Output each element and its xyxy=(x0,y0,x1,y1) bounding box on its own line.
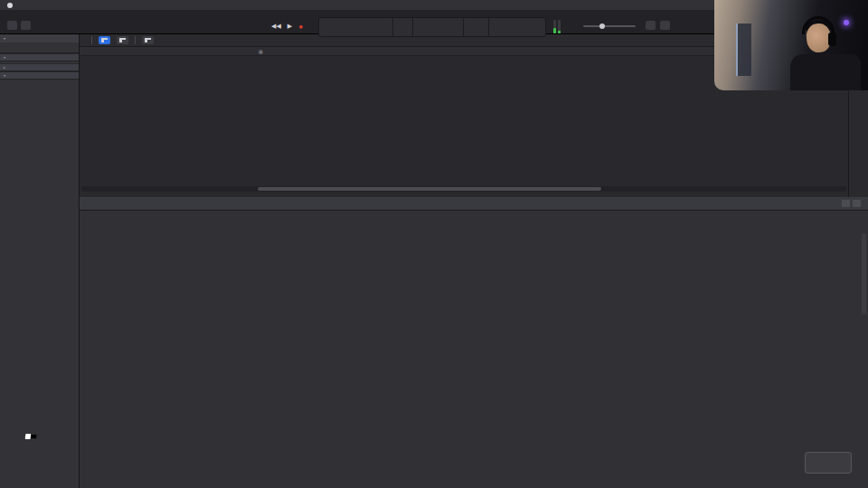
metronome-icon[interactable] xyxy=(660,21,670,30)
divider xyxy=(91,36,92,44)
track-inspector-header[interactable]: ▾ xyxy=(0,71,79,80)
mixer-options-icon[interactable] xyxy=(842,200,850,207)
quick-help-header[interactable]: ▾ xyxy=(0,34,79,42)
disclosure-icon[interactable]: ▾ xyxy=(4,55,5,60)
master-volume-knob[interactable] xyxy=(599,23,605,29)
play-button[interactable]: ▶ xyxy=(288,23,292,30)
toolbar-toggle-icon[interactable] xyxy=(7,21,17,30)
live-loops-view-button[interactable] xyxy=(99,36,110,44)
webcam-overlay xyxy=(714,0,868,90)
lcd-display[interactable] xyxy=(318,17,546,37)
person-body xyxy=(790,54,861,90)
transport-controls: ◀◀ ▶ ● xyxy=(271,20,303,33)
divider xyxy=(135,36,136,44)
cycle-icon[interactable] xyxy=(646,21,656,30)
horizontal-scrollbar[interactable] xyxy=(81,186,846,192)
disclosure-icon[interactable]: ▸ xyxy=(4,65,5,70)
logo-part-flow xyxy=(31,434,38,439)
transport-right-icons xyxy=(646,21,670,30)
mixer-strips xyxy=(99,212,859,486)
mixer-toolbar-icons xyxy=(842,200,861,207)
disclosure-icon[interactable]: ▾ xyxy=(4,36,5,41)
scene-numbers xyxy=(258,175,599,184)
scrollbar-thumb[interactable] xyxy=(258,187,601,191)
mixer-row-labels xyxy=(80,211,99,488)
mixer-list-icon[interactable] xyxy=(853,200,861,207)
purple-light xyxy=(844,20,849,25)
headphones-band xyxy=(802,16,835,34)
rewind-button[interactable]: ◀◀ xyxy=(271,23,281,30)
groups-header[interactable]: ▸ xyxy=(0,63,79,71)
quick-help-panel: ▾ xyxy=(0,34,79,53)
monitor-glow xyxy=(736,23,751,76)
cell-defaults-header[interactable]: ▾ xyxy=(0,53,79,61)
quick-help-body xyxy=(0,42,79,49)
inspector-panel: ▾ ▾ ▸ ▾ xyxy=(0,34,80,488)
rapid-flow-logo xyxy=(25,434,38,439)
cpu-meter xyxy=(553,20,561,33)
grid-icon[interactable]: ▦ xyxy=(259,49,263,54)
screen: ◀◀ ▶ ● xyxy=(0,0,868,488)
mixer-toolbar xyxy=(80,197,868,211)
quick-help-footer xyxy=(0,49,79,52)
record-button[interactable]: ● xyxy=(298,23,303,31)
inspector-channel-strips xyxy=(3,228,75,486)
headphones-earcup xyxy=(828,33,836,46)
library-toggle-icon[interactable] xyxy=(21,21,31,30)
subscribe-button[interactable] xyxy=(805,452,852,474)
disclosure-icon[interactable]: ▾ xyxy=(4,73,5,78)
mixer-panel xyxy=(80,197,868,488)
master-volume-slider[interactable] xyxy=(583,25,636,27)
mixer-scrollbar[interactable] xyxy=(862,233,866,314)
apple-menu-icon[interactable] xyxy=(7,3,13,8)
tracks-view-button[interactable] xyxy=(117,36,128,44)
transport-left-icons xyxy=(7,21,31,30)
pencil-tool-icon[interactable] xyxy=(142,36,154,44)
